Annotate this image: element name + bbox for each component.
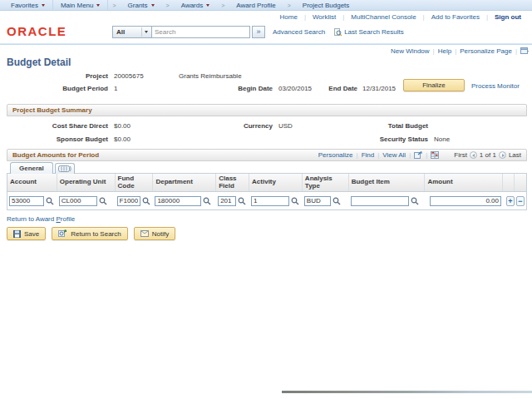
- tab-show-all-columns[interactable]: [55, 163, 75, 174]
- analysis-type-field[interactable]: [304, 196, 331, 206]
- fund-code-field[interactable]: [117, 196, 140, 206]
- breadcrumb-favorites[interactable]: Favorites: [3, 0, 52, 11]
- oracle-logo: ORACLE: [7, 24, 66, 38]
- grid-header-row: Account Operating Unit Fund Code Departm…: [7, 174, 526, 192]
- pager-next-button[interactable]: [499, 151, 506, 159]
- new-window-link[interactable]: New Window: [391, 47, 430, 55]
- column-header-account: Account: [7, 174, 57, 191]
- breadcrumb-item-award-profile[interactable]: Award Profile: [229, 0, 283, 11]
- begin-date-label: Begin Date: [200, 85, 273, 92]
- home-link[interactable]: Home: [273, 13, 304, 21]
- link-divider: |: [515, 47, 517, 55]
- utility-links: New Window | Help | Personalize Page |: [391, 47, 529, 55]
- header-links: Home | Worklist | MultiChannel Console |…: [273, 12, 528, 22]
- project-value: 20005675: [114, 72, 144, 80]
- download-to-excel-icon[interactable]: [431, 151, 439, 159]
- search-scope-dropdown[interactable]: All: [112, 26, 152, 38]
- security-status-label: Security Status: [316, 135, 428, 143]
- return-to-search-icon: [58, 229, 67, 238]
- link-divider: |: [409, 151, 411, 159]
- fund-code-lookup-icon[interactable]: [142, 197, 150, 205]
- add-row-button[interactable]: +: [506, 196, 515, 206]
- sign-out-link[interactable]: Sign out: [488, 13, 528, 21]
- banner-divider: [0, 43, 532, 45]
- save-button[interactable]: Save: [7, 227, 46, 240]
- breadcrumb-item-awards[interactable]: Awards: [174, 0, 218, 11]
- http-window-icon[interactable]: [520, 47, 529, 55]
- add-to-favorites-link[interactable]: Add to Favorites: [425, 13, 486, 21]
- cost-share-direct-label: Cost Share Direct: [0, 122, 108, 130]
- account-field[interactable]: [9, 196, 44, 206]
- class-field-field[interactable]: [218, 196, 236, 206]
- breadcrumb-awards-label: Awards: [181, 2, 204, 9]
- notify-envelope-icon: [140, 230, 149, 237]
- budget-item-lookup-icon[interactable]: [411, 197, 419, 205]
- project-budget-summary-header: Project Budget Summary: [7, 104, 527, 116]
- project-label: Project: [0, 72, 108, 80]
- account-lookup-icon[interactable]: [46, 197, 54, 205]
- department-lookup-icon[interactable]: [203, 197, 211, 205]
- budget-amounts-header: Budget Amounts for Period Personalize | …: [7, 149, 527, 161]
- personalize-link[interactable]: Personalize: [318, 151, 353, 159]
- column-header-department: Department: [153, 174, 216, 191]
- find-link[interactable]: Find: [362, 151, 375, 159]
- column-header-remove: [515, 174, 526, 191]
- link-divider: |: [455, 47, 456, 55]
- finalize-button[interactable]: Finalize: [403, 79, 465, 91]
- personalize-page-link[interactable]: Personalize Page: [460, 47, 512, 55]
- scope-divider: [141, 27, 142, 37]
- column-header-fund-code: Fund Code: [116, 174, 154, 191]
- advanced-search-link[interactable]: Advanced Search: [273, 28, 325, 36]
- currency-value: USD: [278, 122, 293, 130]
- column-header-budget-item: Budget Item: [349, 174, 426, 191]
- return-link-text: Return to Award: [7, 215, 56, 223]
- return-to-award-profile-link[interactable]: Return to Award Profile: [7, 215, 75, 223]
- pager-last-label: Last: [509, 151, 521, 159]
- column-header-class-field: Class Field: [216, 174, 249, 191]
- tab-general[interactable]: General: [10, 162, 53, 174]
- search-results-icon: [334, 28, 342, 37]
- zoom-grid-popout-icon[interactable]: [414, 151, 422, 159]
- class-field-lookup-icon[interactable]: [238, 197, 246, 205]
- amount-field[interactable]: [430, 196, 501, 206]
- analysis-type-lookup-icon[interactable]: [332, 197, 341, 205]
- save-button-label: Save: [24, 230, 39, 238]
- activity-field[interactable]: [251, 196, 289, 206]
- column-header-analysis-type: Analysis Type: [303, 174, 349, 191]
- process-monitor-link[interactable]: Process Monitor: [471, 82, 520, 90]
- multichannel-console-link[interactable]: MultiChannel Console: [344, 13, 422, 21]
- search-go-button[interactable]: »: [252, 26, 265, 38]
- grid-data-row: + −: [7, 192, 526, 209]
- breadcrumb-item-grants[interactable]: Grants: [121, 0, 162, 11]
- currency-label: Currency: [200, 122, 273, 130]
- breadcrumb-item-project-budgets[interactable]: Project Budgets: [295, 0, 357, 11]
- toolbar-buttons: Save Return to Search Notify: [7, 227, 175, 240]
- last-search-results-link[interactable]: Last Search Results: [334, 28, 404, 37]
- project-budget-summary-title: Project Budget Summary: [12, 106, 92, 114]
- breadcrumb-separator: >: [108, 2, 120, 8]
- search-scope-value: All: [116, 28, 125, 36]
- search-bar: All » Advanced Search Last Search Result…: [112, 26, 404, 38]
- search-input[interactable]: [152, 26, 250, 38]
- return-to-search-button-label: Return to Search: [71, 230, 121, 238]
- operating-unit-field[interactable]: [59, 196, 97, 206]
- activity-lookup-icon[interactable]: [291, 197, 299, 205]
- notify-button[interactable]: Notify: [134, 227, 175, 240]
- department-field[interactable]: [155, 196, 201, 206]
- total-budget-label: Total Budget: [316, 122, 428, 130]
- end-date-label: End Date: [299, 85, 357, 92]
- breadcrumb-main-menu[interactable]: Main Menu: [52, 0, 109, 11]
- budget-item-field[interactable]: [351, 196, 409, 206]
- pager-first-label: First: [454, 151, 467, 159]
- delete-row-button[interactable]: −: [516, 196, 525, 206]
- operating-unit-lookup-icon[interactable]: [99, 197, 107, 205]
- sponsor-budget-label: Sponsor Budget: [0, 135, 108, 143]
- help-link[interactable]: Help: [438, 47, 451, 55]
- worklist-link[interactable]: Worklist: [306, 13, 342, 21]
- pager-previous-button[interactable]: [470, 151, 477, 159]
- budget-period-value: 1: [114, 85, 117, 92]
- return-to-search-button[interactable]: Return to Search: [52, 227, 127, 240]
- chevron-down-icon: [42, 4, 45, 7]
- view-all-link[interactable]: View All: [382, 151, 406, 159]
- notify-button-label: Notify: [152, 230, 169, 238]
